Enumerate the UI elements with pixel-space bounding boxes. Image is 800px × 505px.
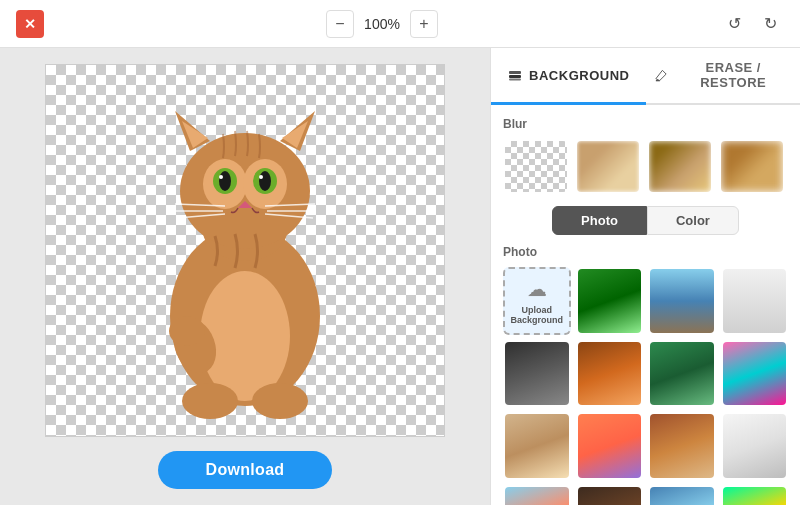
photo-thumb-13[interactable]: [576, 485, 644, 506]
photo-bg-sunset: [505, 487, 569, 506]
photo-section-label: Photo: [503, 245, 788, 259]
photo-thumb-15[interactable]: [721, 485, 789, 506]
photo-grid: ☁ Upload Background: [503, 267, 788, 505]
photo-thumb-5[interactable]: [576, 340, 644, 408]
download-button[interactable]: Download: [158, 451, 333, 489]
photo-bg-wood: [578, 487, 642, 506]
photo-bg-desert: [578, 342, 642, 406]
photo-bg-gradient: [578, 414, 642, 478]
toolbar-left: ✕: [16, 10, 44, 38]
toolbar-right: ↺ ↻: [720, 10, 784, 38]
right-panel: BACKGROUND ERASE / RESTORE Blur: [490, 48, 800, 505]
blur-thumb-1[interactable]: [575, 139, 641, 194]
svg-point-23: [182, 383, 238, 419]
photo-bg-wall: [723, 414, 787, 478]
photo-bg-greenery: [650, 342, 714, 406]
photo-thumb-6[interactable]: [648, 340, 716, 408]
photo-color-toggle: Photo Color: [503, 206, 788, 235]
upload-background-button[interactable]: ☁ Upload Background: [503, 267, 571, 335]
svg-rect-29: [509, 79, 521, 81]
svg-point-14: [219, 175, 223, 179]
blur-image-3: [721, 141, 783, 192]
blur-image-2: [649, 141, 711, 192]
svg-point-1: [200, 271, 290, 401]
svg-point-26: [169, 316, 205, 346]
zoom-in-button[interactable]: +: [410, 10, 438, 38]
photo-thumb-7[interactable]: [721, 340, 789, 408]
blur-thumb-3[interactable]: [719, 139, 785, 194]
tab-background[interactable]: BACKGROUND: [491, 48, 646, 105]
tab-erase-restore[interactable]: ERASE / RESTORE: [646, 48, 801, 105]
zoom-value: 100%: [362, 16, 402, 32]
svg-point-24: [252, 383, 308, 419]
svg-rect-28: [509, 71, 521, 74]
panel-body: Blur Phot: [491, 105, 800, 505]
checker-pattern: [505, 141, 567, 192]
photo-bg-forest: [578, 269, 642, 333]
photo-bg-desert2: [650, 414, 714, 478]
photo-thumb-11[interactable]: [721, 412, 789, 480]
photo-bg-sky: [650, 487, 714, 506]
photo-thumb-4[interactable]: [503, 340, 571, 408]
upload-icon: ☁: [527, 277, 547, 301]
layers-icon: [507, 67, 523, 83]
upload-label: Upload Background: [509, 305, 565, 325]
photo-thumb-12[interactable]: [503, 485, 571, 506]
toggle-color[interactable]: Color: [647, 206, 739, 235]
toolbar: ✕ − 100% + ↺ ↻: [0, 0, 800, 48]
undo-button[interactable]: ↺: [720, 10, 748, 38]
photo-bg-outdoor: [650, 269, 714, 333]
photo-thumb-2[interactable]: [648, 267, 716, 335]
photo-bg-light: [723, 269, 787, 333]
photo-thumb-14[interactable]: [648, 485, 716, 506]
main-content: Download BACKGROUND ERASE / RESTORE: [0, 48, 800, 505]
redo-button[interactable]: ↻: [756, 10, 784, 38]
photo-thumb-10[interactable]: [648, 412, 716, 480]
svg-point-12: [219, 171, 231, 191]
photo-thumb-1[interactable]: [576, 267, 644, 335]
svg-point-13: [259, 171, 271, 191]
panel-tabs: BACKGROUND ERASE / RESTORE: [491, 48, 800, 105]
photo-bg-corridor: [505, 342, 569, 406]
pencil-icon: [654, 67, 669, 83]
blur-label: Blur: [503, 117, 788, 131]
blur-row: [503, 139, 788, 194]
blur-thumb-2[interactable]: [647, 139, 713, 194]
svg-rect-27: [509, 75, 521, 78]
canvas-area: Download: [0, 48, 490, 505]
toggle-photo[interactable]: Photo: [552, 206, 647, 235]
photo-thumb-3[interactable]: [721, 267, 789, 335]
photo-bg-colorful: [723, 342, 787, 406]
photo-thumb-8[interactable]: [503, 412, 571, 480]
cat-image: [105, 76, 385, 436]
canvas-wrapper: [45, 64, 445, 437]
cat-container: [105, 76, 385, 436]
photo-thumb-9[interactable]: [576, 412, 644, 480]
photo-bg-neon: [723, 487, 787, 506]
blur-image-1: [577, 141, 639, 192]
blur-thumb-none[interactable]: [503, 139, 569, 194]
photo-bg-building: [505, 414, 569, 478]
close-button[interactable]: ✕: [16, 10, 44, 38]
toolbar-center: − 100% +: [326, 10, 438, 38]
svg-point-15: [259, 175, 263, 179]
zoom-out-button[interactable]: −: [326, 10, 354, 38]
